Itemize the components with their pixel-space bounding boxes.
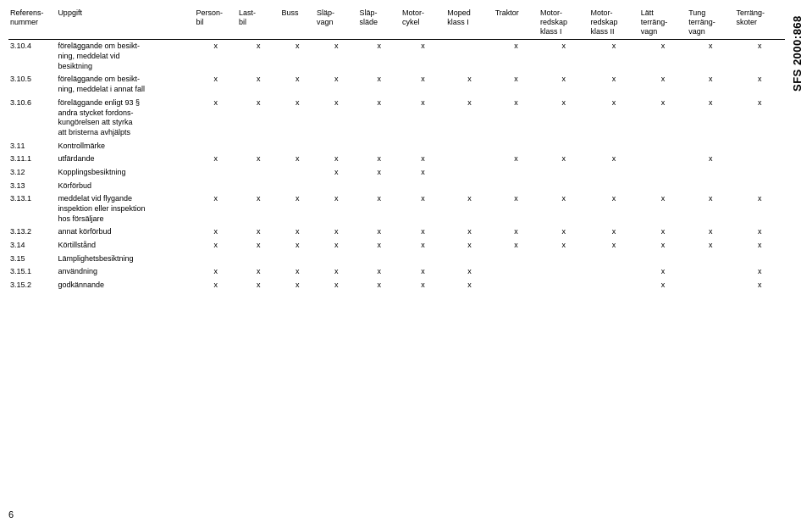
cell-pb: x [195,239,237,253]
cell-tung: x [687,97,734,140]
cell-buss [279,253,315,266]
cell-ref: 3.13.1 [8,192,56,225]
cell-desc: Körförbud [56,180,194,193]
table-row: 3.13Körförbud [8,180,785,193]
table-row: 3.14Körtillståndxxxxxxxxxxxxx [8,239,785,253]
cell-sv: x [315,40,357,74]
cell-mc [400,180,445,193]
cell-mc: x [400,153,445,166]
cell-tung: x [687,73,734,96]
cell-lb: x [237,153,279,166]
cell-mrk1 [539,166,588,180]
cell-ref: 3.13 [8,180,56,193]
table-row: 3.13.1meddelat vid flygande inspektion e… [8,192,785,225]
cell-ss: x [357,279,400,292]
col-header-lb: Last-bil [237,7,279,40]
cell-tung: x [687,239,734,253]
header-row: Referens-nummer Uppgift Person-bil Last-… [8,7,785,40]
cell-buss: x [279,73,315,96]
col-header-ss: Släp-släde [357,7,400,40]
cell-lb: x [237,192,279,225]
cell-mc: x [400,40,445,74]
cell-terr: x [735,73,785,96]
cell-mrk2 [588,265,638,279]
cell-ref: 3.15 [8,253,56,266]
col-header-sv: Släp-vagn [315,7,357,40]
cell-sv [315,180,357,193]
cell-ref: 3.15.2 [8,279,56,292]
cell-moped: x [445,192,493,225]
cell-ref: 3.11.1 [8,153,56,166]
cell-ss [357,140,400,153]
cell-mrk1 [539,180,588,193]
cell-mrk2: x [588,40,638,74]
cell-sv: x [315,73,357,96]
cell-buss: x [279,153,315,166]
cell-mrk1: x [539,239,588,253]
cell-desc: föreläggande om besikt- ning, meddelat i… [56,73,194,96]
col-header-terr: Terräng-skoter [735,7,785,40]
cell-ss: x [357,97,400,140]
cell-mrk2 [588,180,638,193]
cell-ss: x [357,192,400,225]
col-header-mc: Motor-cykel [400,7,445,40]
cell-traktor [494,265,539,279]
cell-desc: utfärdande [56,153,194,166]
cell-desc: föreläggande enligt 93 § andra stycket f… [56,97,194,140]
cell-traktor: x [494,153,539,166]
cell-mc: x [400,279,445,292]
cell-pb [195,140,237,153]
cell-mrk2: x [588,97,638,140]
cell-mc: x [400,225,445,239]
table-row: 3.15Lämplighetsbesiktning [8,253,785,266]
cell-sv [315,253,357,266]
cell-mc [400,253,445,266]
cell-buss: x [279,192,315,225]
page-container: Referens-nummer Uppgift Person-bil Last-… [0,0,812,528]
cell-mrk2 [588,253,638,266]
cell-terr: x [735,265,785,279]
cell-ss: x [357,153,400,166]
cell-tung: x [687,192,734,225]
cell-sv: x [315,225,357,239]
table-row: 3.13.2annat körförbudxxxxxxxxxxxxx [8,225,785,239]
cell-ref: 3.10.4 [8,40,56,74]
table-row: 3.11Kontrollmärke [8,140,785,153]
cell-ss: x [357,239,400,253]
cell-ltt: x [639,265,687,279]
col-header-traktor: Traktor [494,7,539,40]
cell-terr [735,166,785,180]
cell-traktor: x [494,239,539,253]
cell-lb: x [237,239,279,253]
cell-buss: x [279,239,315,253]
cell-ltt [639,140,687,153]
cell-mrk1 [539,253,588,266]
cell-sv: x [315,166,357,180]
sfs-side-label: SFS 2000:868 [785,7,804,521]
cell-mrk1: x [539,192,588,225]
cell-terr: x [735,239,785,253]
cell-buss [279,140,315,153]
cell-ltt [639,253,687,266]
cell-ref: 3.12 [8,166,56,180]
cell-ss: x [357,40,400,74]
cell-pb [195,166,237,180]
cell-terr [735,140,785,153]
cell-traktor: x [494,225,539,239]
cell-ref: 3.11 [8,140,56,153]
cell-desc: meddelat vid flygande inspektion eller i… [56,192,194,225]
cell-moped [445,166,493,180]
cell-mrk1 [539,265,588,279]
cell-buss: x [279,279,315,292]
cell-ref: 3.10.6 [8,97,56,140]
col-header-buss: Buss [279,7,315,40]
table-row: 3.10.6föreläggande enligt 93 § andra sty… [8,97,785,140]
cell-pb [195,253,237,266]
cell-desc: användning [56,265,194,279]
cell-desc: Kopplingsbesiktning [56,166,194,180]
table-row: 3.10.5föreläggande om besikt- ning, medd… [8,73,785,96]
cell-buss [279,180,315,193]
cell-moped [445,40,493,74]
col-header-moped: Mopedklass I [445,7,493,40]
cell-mrk2 [588,279,638,292]
